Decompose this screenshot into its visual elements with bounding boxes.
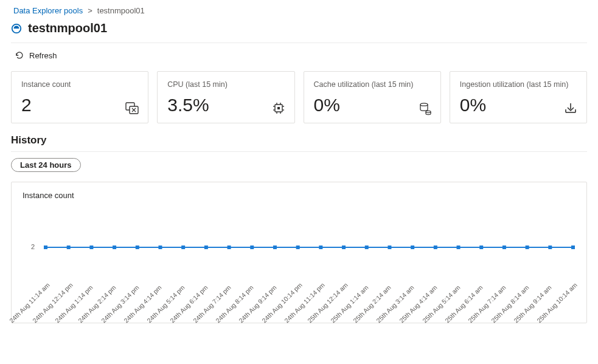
svg-rect-28	[342, 246, 346, 249]
svg-rect-19	[136, 246, 139, 249]
svg-rect-30	[388, 246, 391, 249]
kpi-value: 2	[21, 95, 138, 115]
breadcrumb-current: testnmpool01	[97, 6, 145, 15]
svg-point-13	[420, 103, 428, 106]
svg-rect-25	[273, 246, 277, 249]
breadcrumb: Data Explorer pools > testnmpool01	[11, 4, 587, 21]
instance-count-chart: Instance count 2 24th Aug 11:14 am24th A…	[11, 182, 587, 323]
kpi-card-cpu: CPU (last 15 min) 3.5%	[157, 71, 294, 123]
svg-rect-37	[548, 246, 552, 249]
x-axis-tick: 25th Aug 10:14 am	[535, 281, 579, 323]
svg-rect-36	[526, 246, 529, 249]
kpi-label: Ingestion utilization (last 15 min)	[460, 80, 577, 89]
chart-area: 2 24th Aug 11:14 am24th Aug 12:14 pm24th…	[23, 205, 575, 320]
svg-rect-4	[277, 107, 280, 109]
page-title: testnmpool01	[28, 21, 107, 35]
kpi-card-instance-count: Instance count 2	[11, 71, 148, 123]
kpi-card-cache: Cache utilization (last 15 min) 0%	[304, 71, 441, 123]
kpi-card-ingestion: Ingestion utilization (last 15 min) 0%	[450, 71, 587, 123]
history-heading: History	[11, 134, 587, 146]
svg-rect-35	[502, 246, 506, 249]
refresh-icon	[15, 50, 24, 60]
x-axis-tick: 24th Aug 10:14 pm	[260, 281, 304, 323]
x-axis-tick: 25th Aug 12:14 am	[306, 281, 349, 323]
breadcrumb-parent-link[interactable]: Data Explorer pools	[13, 6, 83, 15]
x-axis-tick: 24th Aug 11:14 am	[8, 281, 51, 323]
svg-rect-27	[319, 246, 322, 249]
refresh-button-label: Refresh	[29, 51, 57, 60]
kpi-value: 0%	[460, 95, 577, 115]
kpi-value: 0%	[314, 95, 431, 115]
svg-rect-21	[181, 246, 185, 249]
kpi-cards: Instance count 2 CPU (last 15 min) 3.5%	[11, 71, 587, 123]
kpi-value: 3.5%	[167, 95, 284, 115]
svg-rect-17	[89, 246, 93, 249]
svg-rect-22	[204, 246, 208, 249]
chevron-right-icon: >	[88, 6, 92, 15]
svg-rect-33	[457, 246, 461, 249]
svg-rect-16	[67, 246, 71, 249]
cpu-chip-icon	[271, 101, 286, 115]
svg-rect-24	[250, 246, 254, 249]
svg-rect-23	[228, 246, 231, 249]
kpi-label: CPU (last 15 min)	[167, 80, 284, 89]
command-bar: Refresh	[11, 43, 587, 71]
y-axis-tick: 2	[31, 243, 35, 250]
kpi-label: Cache utilization (last 15 min)	[314, 80, 431, 89]
page-header: testnmpool01	[11, 21, 587, 43]
database-icon	[417, 101, 432, 115]
svg-rect-34	[479, 246, 483, 249]
x-axis-tick: 24th Aug 11:14 pm	[283, 281, 326, 323]
x-axis-tick: 24th Aug 12:14 pm	[31, 281, 74, 323]
svg-rect-38	[571, 246, 575, 249]
svg-rect-29	[365, 246, 369, 249]
kpi-label: Instance count	[21, 80, 138, 89]
svg-rect-32	[434, 246, 437, 249]
svg-rect-15	[44, 246, 47, 249]
svg-rect-20	[158, 246, 162, 249]
refresh-button[interactable]: Refresh	[11, 48, 61, 63]
svg-point-14	[426, 111, 431, 112]
chart-title: Instance count	[23, 191, 575, 200]
svg-rect-18	[113, 246, 116, 249]
resource-pool-icon	[11, 23, 22, 34]
timerange-selector[interactable]: Last 24 hours	[11, 158, 81, 172]
download-icon	[563, 101, 578, 115]
svg-rect-26	[296, 246, 300, 249]
svg-rect-31	[411, 246, 414, 249]
servers-icon	[125, 101, 139, 115]
